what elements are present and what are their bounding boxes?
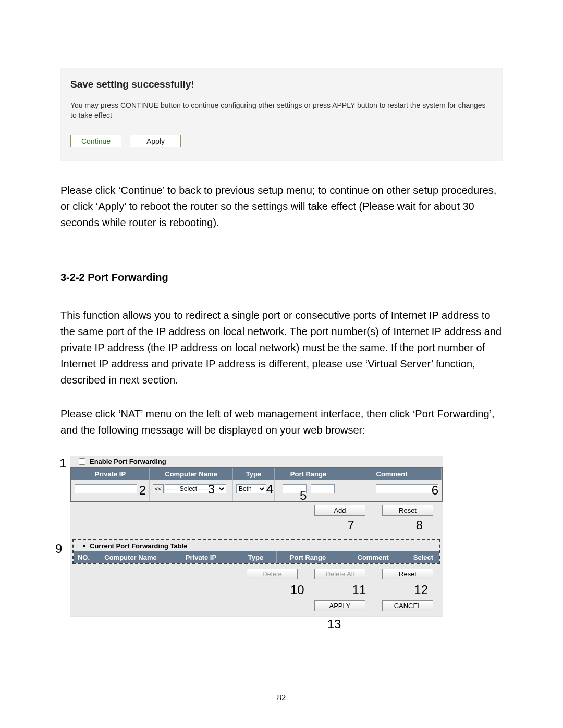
private-ip-input[interactable]	[75, 484, 137, 493]
callout-row-13: 13	[70, 617, 442, 632]
save-panel-button-row: Continue Apply	[70, 135, 493, 147]
callout-8: 8	[416, 518, 423, 533]
callout-3: 3	[208, 482, 215, 497]
callout-12: 12	[414, 583, 428, 597]
callout-row-7-8: 7 8	[70, 518, 443, 536]
enable-port-forwarding-row: Enable Port Forwarding	[70, 456, 443, 467]
save-success-panel: Save setting successfully! You may press…	[60, 68, 503, 161]
port-range-cell: - 5	[275, 480, 342, 501]
apply-cancel-row: APPLY CANCEL	[70, 600, 443, 616]
computer-name-select[interactable]: ------Select------	[165, 484, 226, 493]
reset-button-1[interactable]: Reset	[382, 505, 433, 516]
delete-row: Delete Delete All Reset	[70, 564, 443, 583]
cur-col-computer-name: Computer Name	[94, 551, 167, 563]
private-ip-cell: 2	[71, 480, 150, 501]
col-private-ip: Private IP	[71, 468, 150, 480]
callout-2: 2	[139, 483, 146, 498]
col-comment: Comment	[342, 468, 442, 480]
current-port-forwarding-table: Current Port Forwarding Table NO. Comput…	[72, 539, 440, 564]
bullet-icon	[83, 545, 85, 547]
add-button[interactable]: Add	[314, 505, 365, 516]
callout-13: 13	[327, 617, 341, 631]
cancel-button[interactable]: CANCEL	[382, 600, 433, 611]
delete-all-button[interactable]: Delete All	[314, 569, 365, 579]
callout-row-10-12: 10 11 12	[70, 583, 443, 600]
type-select[interactable]: Both	[236, 484, 266, 493]
cur-col-port-range: Port Range	[277, 551, 339, 563]
continue-button[interactable]: Continue	[70, 135, 121, 147]
save-success-message: You may press CONTINUE button to continu…	[70, 101, 493, 120]
col-computer-name: Computer Name	[150, 468, 233, 480]
callout-9: 9	[55, 541, 62, 556]
comment-input[interactable]	[376, 484, 438, 493]
port-forwarding-figure: 1 9 Enable Port Forwarding Private IP Co…	[60, 456, 503, 632]
callout-1: 1	[59, 456, 66, 471]
apply-button[interactable]: Apply	[130, 135, 181, 147]
computer-name-cell: << ------Select------ 3	[150, 480, 233, 501]
apply-button-2[interactable]: APPLY	[314, 600, 365, 611]
delete-button[interactable]: Delete	[247, 569, 298, 579]
current-table-title-row: Current Port Forwarding Table	[74, 540, 439, 551]
callout-10: 10	[290, 583, 304, 597]
current-table-header: NO. Computer Name Private IP Type Port R…	[74, 551, 439, 563]
callout-6: 6	[432, 483, 438, 498]
port-range-to-input[interactable]	[311, 484, 335, 493]
current-table-title: Current Port Forwarding Table	[90, 542, 188, 550]
cur-col-select: Select	[407, 551, 439, 563]
col-port-range: Port Range	[275, 468, 342, 480]
reset-button-2[interactable]: Reset	[382, 569, 433, 579]
cur-col-private-ip: Private IP	[167, 551, 235, 563]
callout-7: 7	[347, 518, 354, 533]
section-instruction: Please click ‘NAT’ menu on the left of w…	[60, 406, 503, 438]
enable-port-forwarding-label: Enable Port Forwarding	[90, 458, 166, 465]
cur-col-comment: Comment	[339, 551, 407, 563]
callout-11: 11	[352, 583, 366, 597]
save-success-title: Save setting successfully!	[70, 79, 493, 90]
cur-col-no: NO.	[74, 551, 94, 563]
callout-4: 4	[266, 482, 273, 497]
page-number: 82	[0, 693, 563, 703]
port-range-dash: -	[308, 485, 310, 492]
callout-5: 5	[300, 488, 307, 503]
section-description: This function allows you to redirect a s…	[60, 307, 503, 388]
col-type: Type	[233, 468, 275, 480]
instruction-paragraph-1: Please click ‘Continue’ to back to previ…	[60, 182, 503, 231]
add-reset-row: Add Reset	[70, 502, 443, 518]
port-forwarding-input-table: Private IP Computer Name Type Port Range…	[70, 467, 443, 502]
port-forwarding-panel: Enable Port Forwarding Private IP Comput…	[70, 456, 443, 617]
type-cell: Both 4	[233, 480, 275, 501]
comment-cell: 6	[342, 480, 442, 501]
enable-port-forwarding-checkbox[interactable]	[79, 458, 85, 465]
computer-name-copy-button[interactable]: <<	[153, 484, 164, 493]
document-page: Save setting successfully! You may press…	[0, 0, 563, 728]
cur-col-type: Type	[235, 551, 277, 563]
section-heading: 3-2-2 Port Forwarding	[60, 272, 503, 283]
